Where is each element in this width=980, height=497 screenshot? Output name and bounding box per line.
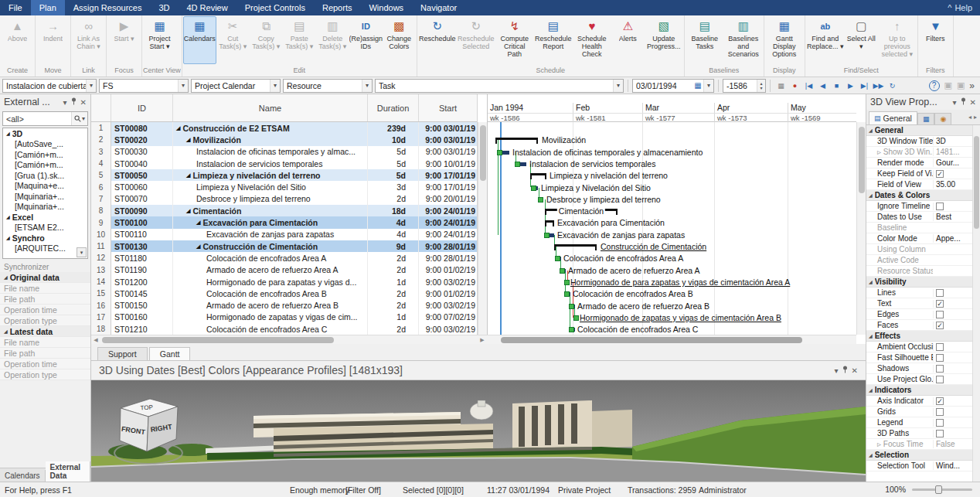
props-tab-columns-icon[interactable]: ▦ [917, 113, 935, 124]
prop-resource-status[interactable]: Resource Status... [866, 266, 973, 277]
record-button[interactable]: ● [788, 79, 801, 93]
gantt-vertical-scrollbar[interactable] [856, 122, 866, 335]
gantt-task-start-marker[interactable] [515, 162, 520, 167]
tree-item-3d[interactable]: ◢3D [3, 128, 87, 139]
gantt-summary-bar[interactable] [495, 138, 538, 144]
toolbar-combo-link-type[interactable]: FS▾ [99, 79, 189, 93]
checkbox[interactable] [936, 365, 944, 373]
task-row-ST01190[interactable]: 13ST01190Armado de acero de refuerzo Are… [91, 264, 478, 276]
ribbon-button-project-start[interactable]: ▦Project Start ▾ [143, 16, 176, 64]
expander-icon[interactable]: ◢ [186, 172, 190, 179]
view-tab-gantt[interactable]: Gantt [149, 347, 191, 360]
play-button[interactable]: ▶ [844, 79, 857, 93]
tab-scroll-left-icon[interactable]: ◂ [968, 114, 971, 121]
tree-item-grua-1-sk[interactable]: [Grua (1).sk... [3, 170, 87, 181]
prop-axis-indicator[interactable]: Axis Indicator✓ [866, 396, 973, 407]
ribbon-button-schedule-health-check[interactable]: ♥Schedule Health Check [573, 16, 611, 64]
ribbon-button-above[interactable]: ▲Above [1, 16, 34, 64]
link-view-icon[interactable]: ▣ [957, 80, 965, 90]
task-row-ST00130[interactable]: 11ST00130◢Construcción de Cimentación9d9… [91, 240, 478, 252]
expander-icon[interactable]: ◢ [869, 192, 873, 198]
pin-icon[interactable] [842, 366, 848, 375]
gantt-task-start-marker[interactable] [560, 268, 565, 274]
tree-item-arquitec[interactable]: [ARQUITEC... [3, 243, 87, 254]
zoom-slider-thumb[interactable] [935, 485, 942, 494]
checkbox[interactable] [936, 376, 944, 383]
prop-section-effects[interactable]: ◢Effects [866, 331, 973, 342]
toolbar-combo-task-filter[interactable]: Instalacion de cubierta▾ [2, 79, 97, 93]
step-forward-button[interactable]: ▶| [858, 79, 871, 93]
gantt-summary-bar[interactable] [530, 173, 546, 179]
pin-icon[interactable] [961, 97, 966, 107]
ribbon-button-re-assign-ids[interactable]: ID(Re)assign IDs [349, 16, 383, 64]
ribbon-button-select-all[interactable]: ▢Select All ▾ [845, 16, 878, 64]
prop-dates-to-use[interactable]: Dates to UseBest [866, 212, 973, 223]
ribbon-button-reschedule-selected[interactable]: ↻Reschedule Selected [457, 16, 495, 64]
task-row-ST00070[interactable]: 7ST00070Desbroce y limpieza del terreno2… [91, 193, 478, 205]
checkbox[interactable] [936, 430, 944, 437]
tree-dropdown-icon[interactable]: ▾ [77, 247, 87, 257]
menu-tab-project-controls[interactable]: Project Controls [236, 0, 314, 15]
task-row-ST00030[interactable]: 3ST00030Instalacion de oficinas temporal… [91, 146, 478, 158]
prop-3d-paths[interactable]: 3D Paths [866, 428, 973, 439]
gantt-body[interactable]: MovilizaciónInstalacion de oficinas temp… [488, 122, 856, 335]
column-header-start[interactable]: Start [419, 94, 478, 121]
scrollbar-thumb[interactable] [974, 136, 979, 229]
expander-icon[interactable]: ◢ [196, 220, 200, 226]
expander-icon[interactable]: ◢ [186, 208, 190, 214]
ribbon-button-link-as-chain[interactable]: ∞Link As Chain ▾ [72, 16, 105, 64]
overflow-chevrons-icon[interactable]: » [969, 80, 975, 91]
pin-icon[interactable] [71, 97, 77, 107]
gantt-horizontal-scrollbar[interactable] [487, 335, 856, 344]
loop-button[interactable]: ↻ [886, 79, 899, 93]
close-icon[interactable]: ✕ [80, 98, 87, 107]
tree-item-cami-n-m[interactable]: [Camión+m... [3, 149, 87, 160]
cube-face-top-label[interactable]: TOP [140, 403, 153, 411]
stop-button[interactable]: ■ [830, 79, 843, 93]
tree-item-maquina-e[interactable]: [Maquina+e... [3, 181, 87, 192]
expander-icon[interactable]: ◢ [869, 333, 873, 339]
prop-color-mode[interactable]: Color ModeAppe... [866, 233, 973, 244]
checkbox[interactable]: ✓ [936, 397, 944, 405]
tree-item-autosave[interactable]: [AutoSave_... [3, 139, 87, 150]
prop-lines[interactable]: Lines [866, 288, 973, 298]
menu-tab-reports[interactable]: Reports [314, 0, 361, 15]
jump-to-end-button[interactable]: ▶▶ [872, 79, 885, 93]
task-row-ST00060[interactable]: 6ST00060Limpieza y Nivelación del Sitio3… [91, 181, 478, 192]
table-horizontal-scrollbar[interactable]: ◀ ▶ [91, 335, 487, 344]
ribbon-button-copy-task-s[interactable]: ⧉Copy Task(s) ▾ [250, 16, 283, 64]
prop-selection-tool[interactable]: Selection ToolWind... [866, 461, 973, 471]
prop-show-3d-win[interactable]: ▹ Show 3D Win...1481... [866, 147, 973, 158]
search-icon[interactable]: ▾ [71, 112, 87, 125]
props-tab-globe-icon[interactable]: ◉ [934, 113, 951, 124]
help-label[interactable]: Help [954, 3, 972, 12]
sync-row-latest-data[interactable]: ◢Latest data [0, 326, 90, 337]
tree-item-mquinaria[interactable]: [Mquinaria+... [3, 191, 87, 202]
help-circle-icon[interactable]: ? [929, 80, 940, 91]
checkbox[interactable]: ✓ [936, 322, 944, 329]
3d-viewport[interactable]: TOP FRONT RIGHT [91, 380, 866, 482]
toolbar-combo-resource[interactable]: Resource▾ [283, 79, 373, 93]
task-row-ST00100[interactable]: 9ST00100◢Excavación para Cimentación4d9:… [91, 216, 478, 228]
prop-edges[interactable]: Edges [866, 309, 973, 320]
chevron-down-icon[interactable]: ▾ [953, 98, 957, 107]
menu-tab-4d-review[interactable]: 4D Review [178, 0, 236, 15]
prop-section-visibility[interactable]: ◢Visibility [866, 277, 973, 288]
column-header-name[interactable]: Name [173, 94, 368, 121]
expander-icon[interactable]: ◢ [176, 125, 180, 131]
navigation-cube[interactable]: TOP FRONT RIGHT [110, 390, 187, 470]
chevron-down-icon[interactable]: ▾ [63, 98, 67, 107]
expander-icon[interactable]: ◢ [4, 274, 8, 280]
week-number-field[interactable]: -1586▴▾ [723, 79, 766, 93]
panel-tab-external-data[interactable]: External Data [46, 461, 90, 482]
ribbon-button-delete-task-s[interactable]: ▥Delete Task(s) ▾ [316, 16, 349, 64]
checkbox[interactable] [936, 408, 944, 416]
sync-row-file-path[interactable]: File path [0, 294, 90, 305]
menu-tab-assign-resources[interactable]: Assign Resources [65, 0, 151, 15]
chevron-down-icon[interactable]: ▾ [835, 366, 839, 375]
gantt-task-start-marker[interactable] [569, 327, 574, 332]
tree-item-cami-n-m[interactable]: [Camión+m... [3, 160, 87, 171]
expander-icon[interactable]: ◢ [6, 235, 10, 240]
collapse-ribbon-icon[interactable]: ^ [948, 3, 951, 12]
expander-icon[interactable]: ◢ [6, 214, 10, 220]
